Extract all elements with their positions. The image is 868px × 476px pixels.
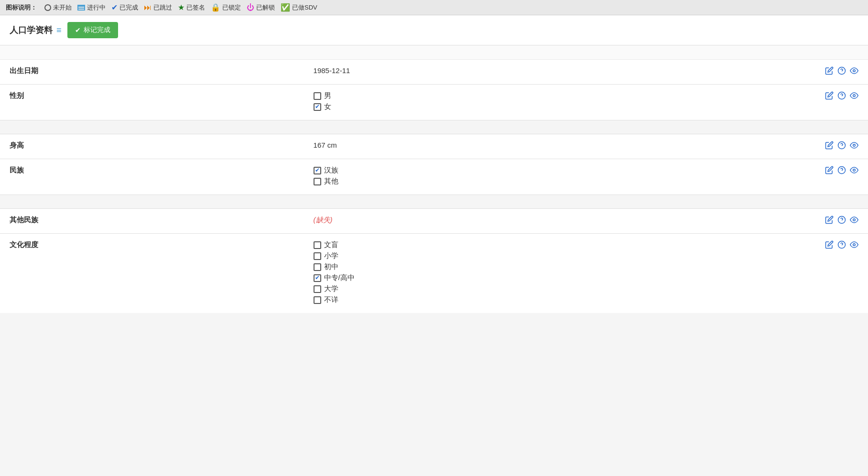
action-icons-group: [748, 166, 858, 177]
action-icons-group: [748, 216, 858, 227]
checkbox-unchecked-icon: [314, 252, 321, 260]
field-value-gender: 男女: [304, 85, 738, 120]
checkbox-checked-icon: [314, 274, 321, 282]
checkbox-item[interactable]: 女: [314, 102, 728, 111]
checkbox-unchecked-icon: [314, 92, 321, 100]
section-status-icon: ≡: [56, 25, 62, 35]
legend-in-progress: 进行中: [77, 3, 106, 12]
mark-complete-button[interactable]: ✔ 标记完成: [67, 22, 118, 38]
table-row: 其他民族(缺失): [0, 209, 868, 234]
view-icon[interactable]: [850, 141, 858, 152]
not-started-icon: [44, 4, 51, 11]
not-started-label: 未开始: [53, 3, 72, 12]
mark-complete-checkmark: ✔: [75, 26, 81, 34]
checkbox-item[interactable]: 汉族: [314, 166, 728, 175]
action-icons-group: [748, 66, 858, 77]
checkbox-item[interactable]: 大学: [314, 284, 728, 293]
unlocked-label: 已解锁: [256, 3, 275, 12]
group-gap-row: [0, 195, 868, 209]
form-table: 出生日期1985-12-11性别男女身高167 cm民族汉族其他其他民族(缺失)…: [0, 60, 868, 313]
section-header: 人口学资料 ≡ ✔ 标记完成: [0, 15, 868, 45]
help-icon[interactable]: [837, 240, 846, 251]
checkbox-item[interactable]: 不详: [314, 295, 728, 304]
field-actions-ethnicity: [738, 159, 868, 195]
action-icons-group: [748, 91, 858, 102]
complete-icon: ✔: [111, 3, 118, 12]
checkbox-unchecked-icon: [314, 263, 321, 271]
edit-icon[interactable]: [825, 91, 834, 102]
checkbox-label: 文盲: [324, 240, 338, 249]
field-value-other-ethnicity: (缺失): [304, 209, 738, 234]
field-value-height: 167 cm: [304, 134, 738, 159]
complete-label: 已完成: [119, 3, 138, 12]
checkbox-checked-icon: [314, 167, 321, 174]
view-icon[interactable]: [850, 91, 858, 102]
table-row: 性别男女: [0, 85, 868, 120]
checkbox-unchecked-icon: [314, 285, 321, 293]
edit-icon[interactable]: [825, 216, 834, 227]
checkbox-checked-icon: [314, 103, 321, 111]
field-actions-education: [738, 234, 868, 314]
view-icon[interactable]: [850, 66, 858, 77]
checkbox-item[interactable]: 男: [314, 91, 728, 100]
table-row: 出生日期1985-12-11: [0, 60, 868, 85]
checkbox-label: 男: [324, 91, 331, 100]
locked-label: 已锁定: [222, 3, 241, 12]
checkbox-label: 不详: [324, 295, 338, 304]
field-label-height: 身高: [0, 134, 304, 159]
field-actions-gender: [738, 85, 868, 120]
svg-point-11: [853, 169, 856, 172]
field-label-gender: 性别: [0, 85, 304, 120]
view-icon[interactable]: [850, 216, 858, 227]
table-row: 文化程度文盲小学初中中专/高中大学不详: [0, 234, 868, 314]
field-label-other-ethnicity: 其他民族: [0, 209, 304, 234]
view-icon[interactable]: [850, 240, 858, 251]
table-row: 民族汉族其他: [0, 159, 868, 195]
edit-icon[interactable]: [825, 166, 834, 177]
section-title: 人口学资料 ≡: [10, 24, 62, 36]
help-icon[interactable]: [837, 66, 846, 77]
group-gap-row: [0, 120, 868, 134]
legend-locked: 🔒 已锁定: [211, 3, 241, 12]
field-label-birth-date: 出生日期: [0, 60, 304, 85]
edit-icon[interactable]: [825, 240, 834, 251]
checkbox-item[interactable]: 文盲: [314, 240, 728, 249]
svg-point-5: [853, 95, 856, 97]
signed-label: 已签名: [186, 3, 205, 12]
legend-not-started: 未开始: [44, 3, 72, 12]
checkbox-label: 大学: [324, 284, 338, 293]
mark-complete-label: 标记完成: [84, 26, 110, 34]
checkbox-label: 中专/高中: [324, 273, 355, 282]
edit-icon[interactable]: [825, 66, 834, 77]
main-container: 人口学资料 ≡ ✔ 标记完成 出生日期1985-12-11性别男女身高167 c…: [0, 15, 868, 313]
checkbox-unchecked-icon: [314, 241, 321, 249]
help-icon[interactable]: [837, 166, 846, 177]
checkbox-label: 其他: [324, 177, 338, 186]
help-icon[interactable]: [837, 141, 846, 152]
checkbox-item[interactable]: 小学: [314, 251, 728, 260]
field-value-ethnicity: 汉族其他: [304, 159, 738, 195]
edit-icon[interactable]: [825, 141, 834, 152]
legend-skipped: ⏭ 已跳过: [144, 3, 172, 12]
field-actions-height: [738, 134, 868, 159]
checkbox-unchecked-icon: [314, 296, 321, 304]
skipped-label: 已跳过: [153, 3, 172, 12]
skipped-icon: ⏭: [144, 3, 152, 12]
svg-point-14: [853, 219, 856, 221]
checkbox-item[interactable]: 中专/高中: [314, 273, 728, 282]
checkbox-item[interactable]: 其他: [314, 177, 728, 186]
field-actions-birth-date: [738, 60, 868, 85]
checkbox-label: 初中: [324, 262, 338, 271]
view-icon[interactable]: [850, 166, 858, 177]
help-icon[interactable]: [837, 91, 846, 102]
svg-point-17: [853, 244, 856, 246]
checkbox-item[interactable]: 初中: [314, 262, 728, 271]
section-title-text: 人口学资料: [10, 24, 53, 36]
action-icons-group: [748, 240, 858, 251]
sdv-icon: ✅: [281, 3, 290, 12]
help-icon[interactable]: [837, 216, 846, 227]
legend-bar: 图标说明： 未开始 进行中 ✔ 已完成 ⏭ 已跳过 ★ 已签名 🔒 已锁定 ⏻ …: [0, 0, 868, 15]
in-progress-label: 进行中: [87, 3, 106, 12]
checkbox-unchecked-icon: [314, 178, 321, 185]
field-label-education: 文化程度: [0, 234, 304, 314]
